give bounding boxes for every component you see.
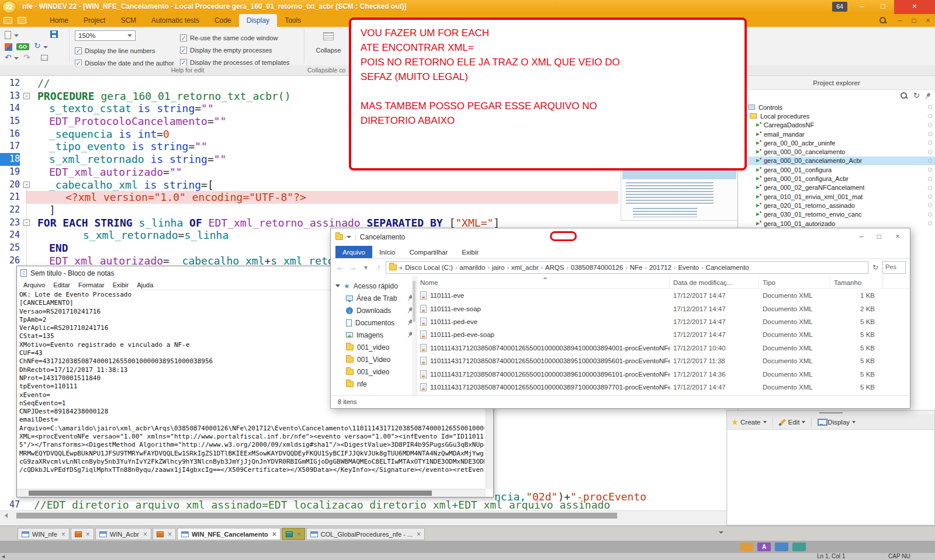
menu-item-ajuda[interactable]: Ajuda xyxy=(133,281,157,288)
menu-item-formatar[interactable]: Formatar xyxy=(74,281,109,288)
close-icon[interactable]: × xyxy=(168,530,172,538)
search-icon[interactable] xyxy=(879,16,887,25)
minimize-button[interactable]: – xyxy=(852,0,872,14)
checkbox-icon[interactable]: ✓ xyxy=(180,47,187,54)
fold-marker[interactable]: - xyxy=(23,182,30,188)
minimize-button[interactable]: – xyxy=(853,228,870,245)
sidebar-item-documentos[interactable]: Documentos xyxy=(331,316,416,329)
goto-circle-icon[interactable] xyxy=(928,168,932,172)
document-tab-win-acbr[interactable]: WIN_Acbr× xyxy=(95,528,151,540)
ribbon-tab-display[interactable]: Display xyxy=(239,14,277,27)
tree-group-controls[interactable]: Controls xyxy=(738,103,935,112)
ribbon-checkbox[interactable]: ✓Display the line numbers xyxy=(75,44,174,57)
column-header-tipo[interactable]: Tipo xyxy=(759,276,830,288)
close-icon[interactable]: × xyxy=(61,530,65,538)
sidebar-item-acesso-r-pido[interactable]: ★Acesso rápido xyxy=(331,280,416,292)
scrollbar-thumb[interactable] xyxy=(16,513,617,519)
goto-circle-icon[interactable] xyxy=(928,141,932,145)
menu-item-arquivo[interactable]: Arquivo xyxy=(19,281,49,288)
up-arrow-icon[interactable]: ↑ xyxy=(373,263,385,272)
document-tab-code[interactable]: × xyxy=(153,528,176,540)
new-document-icon[interactable] xyxy=(5,31,11,39)
chevron-down-icon[interactable] xyxy=(347,236,351,238)
goto-circle-icon[interactable] xyxy=(928,221,932,225)
goto-circle-icon[interactable] xyxy=(928,203,932,207)
maximize-button[interactable]: □ xyxy=(873,0,893,14)
ribbon-tab-automatic-tests[interactable]: Automatic tests xyxy=(144,14,207,27)
menu-item-exibir[interactable]: Exibir xyxy=(109,281,133,288)
explorer-tab-exibir[interactable]: Exibir xyxy=(455,246,486,258)
file-row[interactable]: 110111-ped-eve17/12/2017 14:47Documento … xyxy=(417,315,910,328)
child-restore-button[interactable]: □ xyxy=(907,14,921,27)
goto-circle-icon[interactable] xyxy=(928,123,932,127)
file-row[interactable]: 1101114317120385087400012655001000003894… xyxy=(417,342,910,354)
chevron-down-icon[interactable] xyxy=(335,284,340,287)
folder-icon[interactable] xyxy=(740,542,753,551)
sidebar-item-001-video[interactable]: 001_video xyxy=(331,366,416,378)
sidebar-item-rea-de-trab[interactable]: Área de Trab xyxy=(331,292,416,304)
document-tab-win-nfe[interactable]: WIN_nfe× xyxy=(18,528,70,540)
chevron-down-icon[interactable]: ▾ xyxy=(360,263,372,272)
checkbox-icon[interactable]: ✓ xyxy=(75,47,82,54)
refresh-icon[interactable]: ↻ xyxy=(913,92,920,100)
checkbox-icon[interactable]: ✓ xyxy=(180,34,187,41)
create-button[interactable]: Create xyxy=(732,419,767,426)
goto-circle-icon[interactable] xyxy=(928,194,932,199)
close-button[interactable]: × xyxy=(894,0,935,14)
pin-icon[interactable] xyxy=(924,92,932,100)
file-row[interactable]: 110111-ped-eve-soap17/12/2017 14:47Docum… xyxy=(417,328,910,341)
scrollbar-thumb[interactable] xyxy=(413,281,415,322)
goto-circle-icon[interactable] xyxy=(928,159,932,163)
search-input[interactable]: Pes xyxy=(882,261,906,274)
ribbon-tab-code[interactable]: Code xyxy=(207,14,239,27)
breadcrumb-item[interactable]: NFe xyxy=(630,264,643,271)
chevron-down-icon[interactable] xyxy=(43,46,48,48)
close-icon[interactable]: × xyxy=(86,530,90,538)
breadcrumb-item[interactable]: ARQS xyxy=(545,264,565,271)
fold-marker[interactable]: - xyxy=(23,220,30,226)
horizontal-scrollbar[interactable] xyxy=(0,510,737,520)
file-row[interactable]: 1101114317120385087400012655001000003896… xyxy=(417,367,910,380)
window-icon[interactable] xyxy=(792,542,806,551)
sync-icon[interactable]: ↻ xyxy=(34,41,41,50)
breadcrumb-item[interactable]: Evento xyxy=(678,264,699,271)
explorer-tab-arquivo[interactable]: Arquivo xyxy=(335,246,372,258)
scroll-left-arrow[interactable] xyxy=(5,513,8,518)
sidebar-item-001-video[interactable]: 001_video xyxy=(331,341,416,353)
document-tab-code[interactable]: × xyxy=(71,528,94,540)
refresh-icon[interactable]: ↻ xyxy=(870,263,881,272)
menu-item-editar[interactable]: Editar xyxy=(49,281,74,288)
ribbon-tab-scm[interactable]: SCM xyxy=(113,14,144,27)
child-minimize-button[interactable]: – xyxy=(893,14,907,27)
sidebar-item-001-video[interactable]: 001_Video xyxy=(331,353,416,366)
file-row[interactable]: 110111-eve-soap17/12/2017 14:47Documento… xyxy=(417,302,910,315)
explorer-tab-in-cio[interactable]: Início xyxy=(372,246,403,258)
close-icon[interactable]: × xyxy=(143,530,147,538)
column-header-tamanho[interactable]: Tamanho xyxy=(830,276,883,288)
window-layout-icon[interactable] xyxy=(41,55,48,61)
ribbon-tab-home[interactable]: Home xyxy=(42,14,76,27)
redo-icon[interactable]: ↷ xyxy=(23,53,30,62)
close-icon[interactable]: × xyxy=(272,530,276,538)
goto-circle-icon[interactable] xyxy=(928,213,932,217)
ribbon-tab-project[interactable]: Project xyxy=(76,14,113,27)
tree-group-local-procedures[interactable]: Local procedures xyxy=(738,112,935,120)
sidebar-item-imagens[interactable]: Imagens xyxy=(331,329,416,341)
document-tab-col-globalprocedures-nfe[interactable]: COL_GlobalProcedures_nfe - ...× xyxy=(306,528,425,540)
go-test-button[interactable]: GO xyxy=(16,43,29,50)
display-button[interactable]: Display xyxy=(818,419,856,426)
undo-icon[interactable]: ↶ xyxy=(5,53,12,62)
file-row[interactable]: 1101114317120385087400012655001000003897… xyxy=(417,381,910,394)
save-icon[interactable] xyxy=(50,30,58,38)
back-arrow-icon[interactable]: ← xyxy=(334,263,346,272)
window-grid-icon[interactable] xyxy=(4,17,12,24)
tree-item[interactable]: CarregaDadosNF xyxy=(738,121,935,130)
forward-arrow-icon[interactable]: → xyxy=(347,263,359,272)
tree-item[interactable]: gera_000_02_geraNFCancelament xyxy=(738,183,935,192)
goto-circle-icon[interactable] xyxy=(928,114,932,118)
tree-item[interactable]: gera_000_01_configura xyxy=(738,165,935,174)
explorer-tab-compartilhar[interactable]: Compartilhar xyxy=(403,246,455,258)
goto-circle-icon[interactable] xyxy=(928,132,932,136)
tree-item[interactable]: gera_00_00_acbr_uninfe xyxy=(738,138,935,147)
horizontal-scrollbar[interactable] xyxy=(17,489,486,497)
